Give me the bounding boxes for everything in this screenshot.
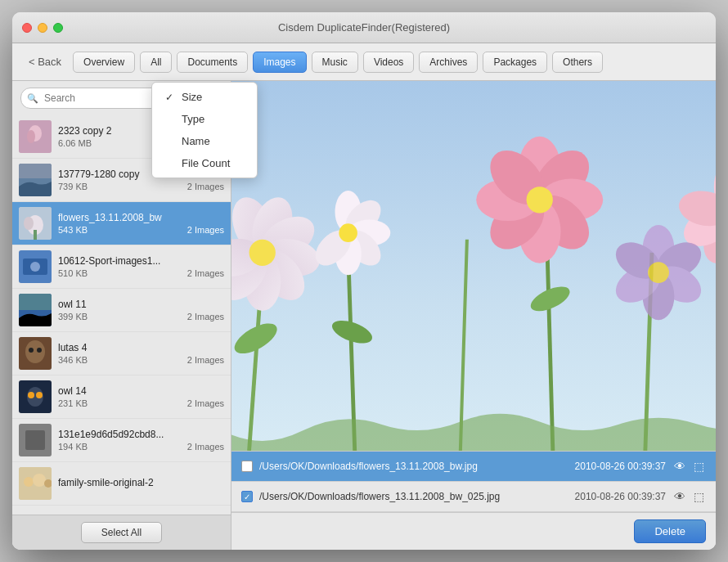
list-item[interactable]: owl 11 399 KB 2 Images	[12, 289, 231, 332]
svg-rect-4	[19, 164, 52, 178]
file-count: 2 Images	[187, 442, 224, 452]
preview-button-1[interactable]: 👁	[672, 458, 687, 474]
file-count: 2 Images	[187, 312, 224, 321]
detail-path-2: /Users/OK/Downloads/flowers_13.11.2008_b…	[259, 491, 568, 502]
file-count: 2 Images	[187, 355, 224, 365]
main-content: 🔍 ✓ Size Type Name	[12, 81, 716, 550]
file-name: lutas 4	[58, 342, 224, 353]
svg-point-15	[25, 340, 45, 363]
svg-point-20	[28, 392, 34, 398]
sort-dropdown: ✓ Size Type Name File Count	[151, 82, 231, 178]
tab-archives[interactable]: Archives	[419, 52, 478, 73]
file-count: 2 Images	[187, 182, 224, 191]
preview-button-2[interactable]: 👁	[672, 488, 687, 505]
preview-image	[231, 81, 716, 451]
search-icon: 🔍	[27, 93, 38, 104]
file-info: 131e1e9d6d5d92cbd8... 194 KB 2 Images	[58, 429, 224, 452]
file-info: owl 11 399 KB 2 Images	[58, 299, 224, 321]
list-item[interactable]: flowers_13.11.2008_bw 543 KB 2 Images	[12, 202, 231, 245]
detail-path-1: /Users/OK/Downloads/flowers_13.11.2008_b…	[259, 461, 568, 472]
file-thumbnail	[19, 120, 52, 153]
delete-button[interactable]: Delete	[634, 519, 706, 543]
file-size: 231 KB	[58, 398, 88, 408]
sort-name[interactable]: Name	[152, 130, 231, 152]
file-size: 6.06 MB	[58, 138, 92, 148]
detail-actions-2: 👁 ⬚	[672, 488, 706, 505]
svg-point-21	[36, 392, 43, 398]
sort-file-count[interactable]: File Count	[152, 152, 231, 174]
svg-point-17	[37, 348, 42, 353]
file-name: family-smile-original-2	[58, 477, 224, 488]
file-thumbnail	[19, 294, 52, 326]
tab-videos[interactable]: Videos	[363, 52, 414, 73]
file-size: 399 KB	[58, 312, 88, 321]
file-info: 10612-Sport-images1... 510 KB 2 Images	[58, 255, 224, 278]
file-size: 543 KB	[58, 225, 88, 235]
tab-music[interactable]: Music	[312, 52, 358, 73]
close-button[interactable]	[22, 23, 32, 33]
open-button-1[interactable]: ⬚	[692, 458, 706, 474]
sort-size[interactable]: ✓ Size	[152, 86, 231, 108]
tab-all[interactable]: All	[140, 52, 172, 73]
tab-documents[interactable]: Documents	[177, 52, 248, 73]
svg-point-71	[339, 223, 357, 242]
detail-checkbox-2[interactable]	[241, 491, 253, 502]
file-meta: 346 KB 2 Images	[58, 355, 224, 365]
file-meta: 510 KB 2 Images	[58, 268, 224, 278]
file-size: 346 KB	[58, 355, 88, 365]
list-item[interactable]: 131e1e9d6d5d92cbd8... 194 KB 2 Images	[12, 419, 231, 462]
file-meta: 543 KB 2 Images	[58, 225, 224, 235]
tab-packages[interactable]: Packages	[483, 52, 547, 73]
file-size: 510 KB	[58, 268, 88, 278]
list-item[interactable]: 10612-Sport-images1... 510 KB 2 Images	[12, 245, 231, 289]
file-size: 739 KB	[58, 182, 88, 191]
main-window: Cisdem DuplicateFinder(Registered) < Bac…	[12, 12, 716, 550]
svg-rect-13	[19, 294, 52, 310]
file-name: flowers_13.11.2008_bw	[58, 212, 224, 223]
svg-point-11	[30, 262, 40, 272]
file-detail-row: /Users/OK/Downloads/flowers_13.11.2008_b…	[231, 482, 716, 512]
file-thumbnail	[19, 337, 52, 370]
file-meta: 399 KB 2 Images	[58, 312, 224, 321]
minimize-button[interactable]	[38, 23, 47, 33]
detail-actions-1: 👁 ⬚	[672, 458, 706, 474]
file-thumbnail	[19, 467, 52, 500]
file-meta: 739 KB 2 Images	[58, 182, 224, 191]
svg-point-25	[24, 477, 34, 487]
sort-check-size: ✓	[165, 92, 177, 103]
detail-date-2: 2010-08-26 00:39:37	[575, 491, 666, 502]
right-panel: /Users/OK/Downloads/flowers_13.11.2008_b…	[231, 81, 716, 550]
file-meta: 231 KB 2 Images	[58, 398, 224, 408]
file-name: owl 11	[58, 299, 224, 310]
file-count: 2 Images	[187, 398, 224, 408]
file-thumbnail	[19, 380, 52, 413]
file-thumbnail	[19, 424, 52, 456]
file-name: owl 14	[58, 385, 224, 397]
tab-others[interactable]: Others	[552, 52, 603, 73]
maximize-button[interactable]	[53, 23, 63, 33]
file-info: lutas 4 346 KB 2 Images	[58, 342, 224, 365]
sort-type[interactable]: Type	[152, 108, 231, 130]
svg-point-2	[27, 130, 35, 143]
svg-point-46	[249, 240, 276, 266]
tab-overview[interactable]: Overview	[73, 52, 135, 73]
window-title: Cisdem DuplicateFinder(Registered)	[278, 21, 450, 34]
file-count: 2 Images	[187, 225, 224, 235]
detail-checkbox-1[interactable]	[241, 461, 253, 472]
file-meta: 194 KB 2 Images	[58, 442, 224, 452]
file-info: flowers_13.11.2008_bw 543 KB 2 Images	[58, 212, 224, 235]
list-item[interactable]: owl 14 231 KB 2 Images	[12, 375, 231, 419]
back-button[interactable]: < Back	[22, 52, 68, 71]
svg-point-7	[24, 217, 34, 230]
list-item[interactable]: family-smile-original-2	[12, 462, 231, 506]
file-detail-list: /Users/OK/Downloads/flowers_13.11.2008_b…	[231, 451, 716, 512]
svg-rect-8	[34, 230, 37, 240]
detail-date-1: 2010-08-26 00:39:37	[575, 461, 666, 472]
select-all-button[interactable]: Select All	[81, 522, 162, 543]
tab-images[interactable]: Images	[253, 52, 306, 73]
list-item[interactable]: lutas 4 346 KB 2 Images	[12, 332, 231, 375]
open-button-2[interactable]: ⬚	[692, 488, 706, 505]
svg-point-55	[527, 187, 553, 213]
preview-area	[231, 81, 716, 451]
file-name: 10612-Sport-images1...	[58, 255, 224, 267]
